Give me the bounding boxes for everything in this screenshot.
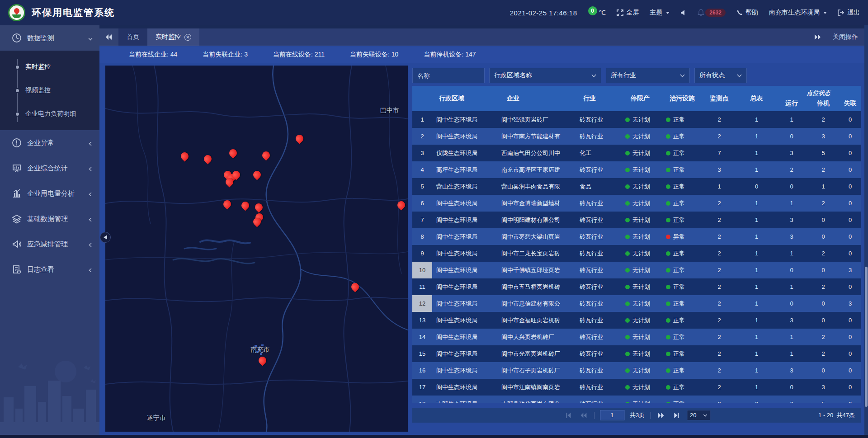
table-row[interactable]: 5营山生态环境局营山县润丰肉食品有限食品无计划正常10010 [412,178,861,195]
table-row[interactable]: 2阆中生态环境局阆中市南方节能建材有砖瓦行业无计划正常21030 [412,128,861,145]
cell-industry: 砖瓦行业 [577,161,620,178]
help-button[interactable]: 帮助 [736,9,758,17]
page-input[interactable] [600,410,624,420]
tab-close-icon[interactable]: ✕ [184,34,191,41]
table-row[interactable]: 11阆中生态环境局阆中市五马桥页岩机砖砖瓦行业无计划正常21120 [412,278,861,295]
table-row[interactable]: 12阆中生态环境局阆中市忠信建材有限公砖瓦行业无计划正常21003 [412,295,861,312]
cell-running-count: 3 [776,212,807,228]
map-panel[interactable]: 巴中市南充市遂宁市 [105,66,408,432]
cell-limit-status: 无计划 [620,195,660,212]
cell-industry: 化工 [577,145,620,161]
row-index: 5 [412,178,432,195]
table-row[interactable]: 4高坪生态环境局南充市高坪区王家店建砖瓦行业无计划正常31220 [412,161,861,178]
tabs-scroll-left-button[interactable] [99,28,118,46]
sidebar-subitem[interactable]: 实时监控 [0,55,99,79]
page-size-select[interactable]: 20 [687,410,710,420]
table-row[interactable]: 13阆中生态环境局阆中市金福旺页岩机砖砖瓦行业无计划正常21300 [412,312,861,329]
cell-lost-count: 0 [839,329,861,345]
row-index: 6 [412,195,432,212]
scrollbar-thumb[interactable] [865,267,868,407]
table-row[interactable]: 3仪陇生态环境局西南油气田分公司川中化工无计划正常71350 [412,145,861,161]
sidebar-item[interactable]: 企业异常 [0,130,99,155]
status-dot-green [625,285,630,289]
logout-button[interactable]: 退出 [838,9,860,17]
table-row[interactable]: 16阆中生态环境局阆中市石子页岩机砖厂砖瓦行业无计划正常21300 [412,362,861,379]
tab-实时监控[interactable]: 实时监控✕ [147,28,199,46]
cell-region: 阆中生态环境局 [432,128,498,145]
cell-company: 阆中千佛镇五郎垭页岩 [498,262,577,278]
chevron-left-icon [104,235,107,240]
sidebar-submenu: 实时监控视频监控企业电力负荷明细 [0,51,99,130]
first-page-button[interactable] [563,411,573,419]
status-dot-red [666,235,670,239]
map-collapse-button[interactable] [100,232,111,243]
tab-首页[interactable]: 首页 [118,28,147,46]
table-row[interactable]: 15阆中生态环境局阆中市光富页岩机砖厂砖瓦行业无计划正常21120 [412,345,861,362]
presentation-icon [12,163,22,173]
cell-region: 仪陇生态环境局 [432,145,498,161]
sidebar-item[interactable]: 基础数据管理 [0,206,99,231]
status-filter-select[interactable]: 所有状态 [694,68,747,83]
cell-region: 阆中生态环境局 [432,245,498,262]
status-dot-green [625,218,630,222]
region-filter-select[interactable]: 行政区域名称 [489,68,601,83]
filter-row: 行政区域名称 所有行业 所有状态 [412,68,861,83]
table-row[interactable]: 17阆中生态环境局阆中市江南镇阆南页岩砖瓦行业无计划正常21030 [412,379,861,396]
chevron-left-icon [88,165,93,171]
sidebar-item[interactable]: 数据监测 [0,25,99,51]
sidebar-subitem[interactable]: 企业电力负荷明细 [0,102,99,126]
cell-company: 南充市高坪区王家店建 [498,161,577,178]
total-pages-label: 共3页 [630,411,645,419]
table-row[interactable]: 6阆中生态环境局阆中市金博瑞新型墙材砖瓦行业无计划正常21120 [412,195,861,212]
industry-filter-select[interactable]: 所有行业 [606,68,690,83]
row-index: 9 [412,245,432,262]
notifications-button[interactable]: 2632 [698,9,726,17]
name-filter-input[interactable] [412,68,485,83]
sidebar-subitem[interactable]: 视频监控 [0,79,99,102]
sidebar-item[interactable]: 企业综合统计 [0,155,99,181]
table-row[interactable]: 1阆中生态环境局阆中强锐页岩砖厂砖瓦行业无计划正常21120 [412,111,861,128]
cell-running-count: 1 [776,345,807,362]
sound-button[interactable] [680,9,687,16]
cell-meter-count: 1 [737,212,776,228]
status-dot-green [625,402,630,403]
fullscreen-button[interactable]: 全屏 [617,9,639,17]
table-body: 1阆中生态环境局阆中强锐页岩砖厂砖瓦行业无计划正常211202阆中生态环境局阆中… [412,111,861,403]
cell-lost-count: 0 [839,128,861,145]
cell-lost-count: 0 [839,379,861,396]
table-row[interactable]: 8阆中生态环境局阆中市枣碧大梁山页岩砖瓦行业无计划异常21300 [412,228,861,245]
table-row[interactable]: 14阆中生态环境局阆中大兴页岩机砖厂砖瓦行业无计划正常21120 [412,329,861,345]
cell-facility-status: 正常 [660,396,701,403]
prev-page-button[interactable] [579,411,589,419]
sidebar-item[interactable]: 企业用电量分析 [0,181,99,206]
theme-dropdown[interactable]: 主题 [650,9,670,17]
org-selector-dropdown[interactable]: 南充市生态环境局 [769,9,827,17]
table-row[interactable]: 7阆中生态环境局阆中明阳建材有限公司砖瓦行业无计划正常21300 [412,212,861,228]
next-page-button[interactable] [656,411,666,419]
cell-limit-status: 无计划 [620,329,660,345]
row-index: 8 [412,228,432,245]
cell-limit-status: 无计划 [620,111,660,128]
last-page-button[interactable] [671,411,681,419]
record-range-label: 1 - 20 共47条 [818,411,855,419]
bullet-dot-icon [15,88,20,93]
sidebar-item[interactable]: 日志查看 [0,257,99,282]
chevron-left-icon [88,241,93,247]
sidebar-item[interactable]: 应急减排管理 [0,231,99,257]
cell-meter-count: 1 [737,345,776,362]
cell-monitor-count: 2 [701,128,737,145]
cell-meter-count: 1 [737,295,776,312]
table-row[interactable]: 10阆中生态环境局阆中千佛镇五郎垭页岩砖瓦行业无计划正常21003 [412,262,861,278]
cell-monitor-count: 3 [701,161,737,178]
cell-meter-count: 1 [737,195,776,212]
window-scrollbar[interactable] [864,25,868,438]
row-index: 1 [412,111,432,128]
status-dot-green [625,168,630,172]
col-header-limit: 停限产 [620,86,660,111]
table-row[interactable]: 9阆中生态环境局阆中市二龙长宝页岩砖砖瓦行业无计划正常21120 [412,245,861,262]
table-row[interactable]: 18南部生态环境局南部县砖化页岩有限公砖瓦行业无计划正常60050 [412,396,861,403]
close-operations-button[interactable]: 关闭操作 [833,33,858,41]
tabs-scroll-right-icon[interactable] [815,34,821,40]
cell-meter-count: 1 [737,228,776,245]
cell-stopped-count: 2 [807,345,839,362]
